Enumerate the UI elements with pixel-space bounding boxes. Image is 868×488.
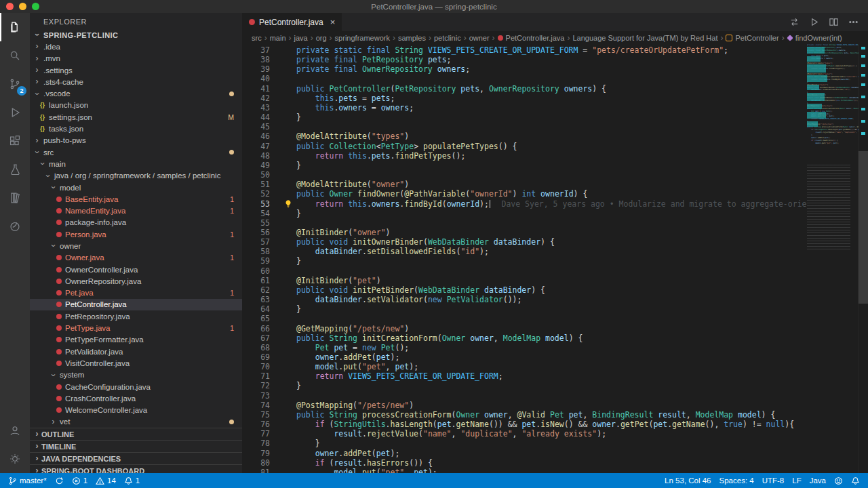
tree-item-pettypeformatter-java[interactable]: PetTypeFormatter.java — [30, 334, 242, 346]
tree-item-petrepository-java[interactable]: PetRepository.java — [30, 310, 242, 322]
tree-item-src[interactable]: ›src — [30, 146, 242, 158]
close-tab-icon[interactable]: × — [330, 18, 336, 26]
code-line-67[interactable]: 67public String initCreationForm(Owner o… — [242, 333, 807, 343]
breadcrumb-language-support-for-java-tm-by-red-hat[interactable]: Language Support for Java(TM) by Red Hat — [572, 34, 717, 42]
code-line-58[interactable]: 58 dataBinder.setDisallowedFields("id"); — [242, 247, 807, 256]
section-outline[interactable]: ›OUTLINE — [30, 428, 242, 440]
code-line-71[interactable]: 71 return VIEWS_PETS_CREATE_OR_UPDATE_FO… — [242, 371, 807, 381]
open-changes-icon[interactable] — [789, 17, 800, 27]
account-icon[interactable] — [0, 416, 30, 445]
notifications-bell[interactable] — [847, 473, 864, 488]
tree-root-spring-petclinic[interactable]: › SPRING-PETCLINIC — [30, 29, 242, 41]
code-line-81[interactable]: 81 model.put("pet", pet); — [242, 468, 807, 473]
code-line-76[interactable]: 76 if (StringUtils.hasLength(pet.getName… — [242, 420, 807, 429]
tree-item-petcontroller-java[interactable]: PetController.java — [30, 299, 242, 310]
code-editor[interactable]: 37private static final String VIEWS_PETS… — [242, 45, 807, 473]
branch-indicator[interactable]: master* — [4, 473, 51, 488]
code-line-68[interactable]: 68 Pet pet = new Pet(); — [242, 343, 807, 352]
code-line-79[interactable]: 79 owner.addPet(pet); — [242, 449, 807, 458]
section-java-dependencies[interactable]: ›JAVA DEPENDENCIES — [30, 452, 242, 464]
code-line-66[interactable]: 66@GetMapping("/pets/new") — [242, 324, 807, 333]
code-area[interactable]: 37private static final String VIEWS_PETS… — [242, 44, 868, 473]
tree-item-visitcontroller-java[interactable]: VisitController.java — [30, 357, 242, 369]
extensions-icon[interactable] — [0, 127, 30, 155]
breadcrumb-owner[interactable]: owner — [469, 34, 490, 42]
tree-item-vet[interactable]: ›vet — [30, 416, 242, 428]
code-line-49[interactable]: 49} — [242, 161, 807, 170]
tree-item-cacheconfiguration-java[interactable]: CacheConfiguration.java — [30, 381, 242, 392]
code-line-41[interactable]: 41public PetController(PetRepository pet… — [242, 84, 807, 94]
breadcrumb-petclinic[interactable]: petclinic — [434, 34, 461, 42]
language-mode[interactable]: Java — [806, 473, 830, 488]
test-icon[interactable] — [0, 155, 30, 184]
code-line-59[interactable]: 59} — [242, 256, 807, 266]
breadcrumb-samples[interactable]: samples — [398, 34, 426, 42]
spring-boot-dashboard-icon[interactable] — [0, 212, 30, 241]
tree-item-pet-java[interactable]: Pet.java1 — [30, 287, 242, 299]
section-timeline[interactable]: ›TIMELINE — [30, 440, 242, 452]
tree-item-sts4-cache[interactable]: ›.sts4-cache — [30, 76, 242, 87]
code-line-47[interactable]: 47public Collection<PetType> populatePet… — [242, 142, 807, 151]
split-editor-icon[interactable] — [829, 17, 839, 27]
tree-item-owner[interactable]: ›owner — [30, 240, 242, 251]
more-actions-icon[interactable] — [848, 17, 859, 27]
code-line-64[interactable]: 64} — [242, 304, 807, 314]
breadcrumb-java[interactable]: java — [294, 34, 308, 42]
tree-item-ownerrepository-java[interactable]: OwnerRepository.java — [30, 275, 242, 287]
indentation[interactable]: Spaces: 4 — [715, 473, 758, 488]
code-line-42[interactable]: 42 this.pets = pets; — [242, 94, 807, 103]
code-line-52[interactable]: 52public Owner findOwner(@PathVariable("… — [242, 189, 807, 199]
breadcrumb-findowner-int[interactable]: findOwner(int) — [787, 34, 842, 42]
code-line-56[interactable]: 56@InitBinder("owner") — [242, 228, 807, 237]
problems-errors[interactable]: 1 — [68, 473, 92, 488]
eol[interactable]: LF — [788, 473, 805, 488]
code-line-55[interactable]: 55 — [242, 218, 807, 228]
code-line-48[interactable]: 48 return this.pets.findPetTypes(); — [242, 151, 807, 161]
problems-warnings[interactable]: 14 — [92, 473, 120, 488]
breadcrumb-main[interactable]: main — [270, 34, 286, 42]
code-line-51[interactable]: 51@ModelAttribute("owner") — [242, 180, 807, 189]
code-line-80[interactable]: 80 if (result.hasErrors()) { — [242, 458, 807, 468]
code-line-60[interactable]: 60 — [242, 266, 807, 276]
tree-item-main[interactable]: ›main — [30, 158, 242, 169]
minimap[interactable]: private static final String VIEWS_PETS_C… — [807, 44, 859, 473]
code-line-61[interactable]: 61@InitBinder("pet") — [242, 276, 807, 285]
tree-item-model[interactable]: ›model — [30, 182, 242, 193]
code-line-54[interactable]: 54} — [242, 209, 807, 218]
tree-item-ownercontroller-java[interactable]: OwnerController.java — [30, 264, 242, 275]
code-line-39[interactable]: 39private final OwnerRepository owners; — [242, 64, 807, 74]
code-line-45[interactable]: 45 — [242, 122, 807, 131]
tree-item-push-to-pws[interactable]: ›push-to-pws — [30, 135, 242, 146]
code-line-75[interactable]: 75public String processCreationForm(Owne… — [242, 410, 807, 420]
settings-icon[interactable] — [0, 445, 30, 473]
run-debug-icon[interactable] — [0, 98, 30, 127]
minimize-window-button[interactable] — [19, 3, 26, 10]
code-line-46[interactable]: 46@ModelAttribute("types") — [242, 131, 807, 141]
tree-item-settings[interactable]: ›.settings — [30, 64, 242, 76]
cursor-position[interactable]: Ln 53, Col 46 — [660, 473, 715, 488]
source-control-icon[interactable]: 2 — [0, 70, 30, 98]
code-line-69[interactable]: 69 owner.addPet(pet); — [242, 352, 807, 362]
code-line-53[interactable]: 53 return this.owners.findById(ownerId);… — [242, 199, 807, 209]
breadcrumb-src[interactable]: src — [252, 34, 262, 42]
search-icon[interactable] — [0, 41, 30, 70]
code-line-37[interactable]: 37private static final String VIEWS_PETS… — [242, 45, 807, 55]
tree-item-petvalidator-java[interactable]: PetValidator.java — [30, 346, 242, 357]
code-line-50[interactable]: 50 — [242, 170, 807, 180]
tree-item-launch-json[interactable]: {}launch.json — [30, 100, 242, 111]
code-line-70[interactable]: 70 model.put("pet", pet); — [242, 362, 807, 371]
code-line-78[interactable]: 78 } — [242, 439, 807, 448]
tree-item-welcomecontroller-java[interactable]: WelcomeController.java — [30, 405, 242, 416]
tree-item-package-info-java[interactable]: package-info.java — [30, 217, 242, 228]
breadcrumb-springframework[interactable]: springframework — [335, 34, 390, 42]
scrollbar-thumb[interactable] — [859, 151, 868, 304]
encoding[interactable]: UTF-8 — [758, 473, 789, 488]
run-icon[interactable] — [809, 17, 819, 27]
breadcrumb-petcontroller[interactable]: PetController — [726, 34, 778, 42]
sync-button[interactable] — [51, 473, 68, 488]
tree-item-idea[interactable]: ›.idea — [30, 41, 242, 52]
tree-item-person-java[interactable]: Person.java1 — [30, 228, 242, 240]
tree-item-crashcontroller-java[interactable]: CrashController.java — [30, 392, 242, 404]
section-spring-boot-dashboard[interactable]: ›SPRING-BOOT DASHBOARD — [30, 464, 242, 473]
breadcrumb-petcontroller-java[interactable]: PetController.java — [498, 34, 565, 42]
